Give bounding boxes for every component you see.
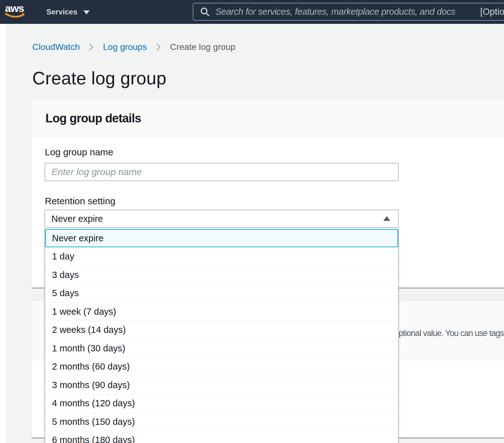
dropdown-option-1-month[interactable]: 1 month (30 days) bbox=[45, 339, 398, 358]
log-group-details-header: Log group details bbox=[32, 100, 504, 137]
section-title: Log group details bbox=[45, 112, 141, 125]
dropdown-option-2-months[interactable]: 2 months (60 days) bbox=[45, 357, 398, 376]
chevron-up-icon bbox=[383, 216, 390, 221]
chevron-right-icon bbox=[89, 43, 94, 51]
breadcrumb-log-groups[interactable]: Log groups bbox=[103, 42, 147, 52]
breadcrumb: CloudWatch Log groups Create log group bbox=[32, 42, 235, 52]
dropdown-option-never-expire[interactable]: Never expire bbox=[45, 229, 398, 247]
retention-dropdown-list: Never expire 1 day 3 days 5 days 1 week … bbox=[45, 229, 399, 443]
search-placeholder: Search for services, features, marketpla… bbox=[215, 7, 455, 17]
chevron-right-icon bbox=[156, 43, 161, 51]
dropdown-option-2-weeks[interactable]: 2 weeks (14 days) bbox=[45, 321, 398, 339]
breadcrumb-current: Create log group bbox=[170, 42, 236, 52]
dropdown-option-5-days[interactable]: 5 days bbox=[45, 284, 398, 302]
dropdown-option-3-days[interactable]: 3 days bbox=[45, 266, 398, 284]
retention-setting-label: Retention setting bbox=[45, 196, 115, 206]
retention-selected-value: Never expire bbox=[51, 214, 103, 224]
dropdown-option-3-months[interactable]: 3 months (90 days) bbox=[45, 376, 398, 394]
dropdown-option-6-months[interactable]: 6 months (180 days) bbox=[45, 431, 398, 443]
search-shortcut-hint: [Option+S] bbox=[480, 3, 504, 20]
search-bar[interactable]: Search for services, features, marketpla… bbox=[193, 3, 504, 21]
dropdown-option-5-months[interactable]: 5 months (150 days) bbox=[45, 413, 398, 431]
dropdown-option-1-week[interactable]: 1 week (7 days) bbox=[45, 302, 398, 321]
page-title: Create log group bbox=[32, 68, 166, 88]
services-label: Services bbox=[46, 8, 77, 16]
dropdown-option-4-months[interactable]: 4 months (120 days) bbox=[45, 394, 398, 413]
aws-logo[interactable]: aws bbox=[5, 4, 27, 20]
top-navigation-bar: aws Services Search for services, featur… bbox=[0, 0, 504, 24]
log-group-name-label: Log group name bbox=[45, 147, 113, 157]
svg-text:aws: aws bbox=[5, 4, 24, 14]
search-icon bbox=[200, 7, 210, 17]
retention-setting-select[interactable]: Never expire bbox=[45, 210, 399, 228]
breadcrumb-cloudwatch[interactable]: CloudWatch bbox=[32, 42, 80, 52]
services-menu[interactable]: Services bbox=[46, 0, 90, 24]
dropdown-option-1-day[interactable]: 1 day bbox=[45, 247, 398, 266]
chevron-down-icon bbox=[83, 10, 90, 14]
log-group-name-input[interactable] bbox=[45, 163, 399, 181]
